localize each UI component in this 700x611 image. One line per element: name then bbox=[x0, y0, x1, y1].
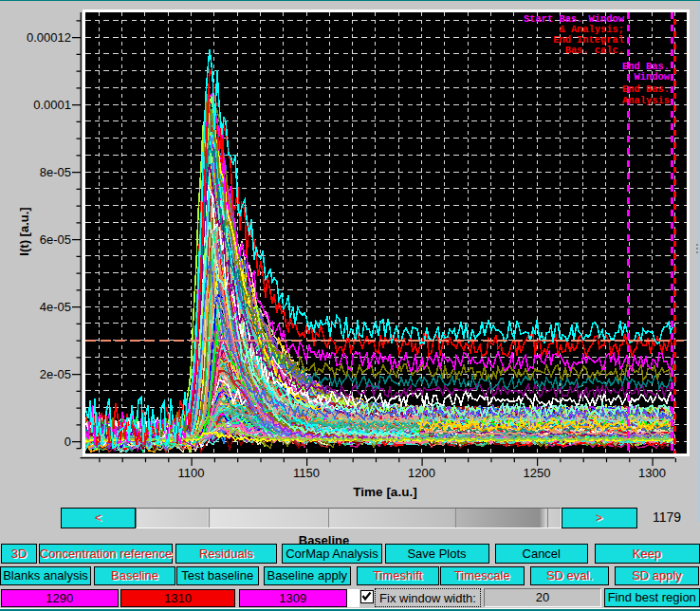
svg-text:Time [a.u.]: Time [a.u.] bbox=[353, 485, 416, 499]
svg-text:I(t) [a.u.]: I(t) [a.u.] bbox=[17, 207, 31, 255]
svg-text:End Bas.: End Bas. bbox=[622, 83, 670, 95]
svg-text:4e-05: 4e-05 bbox=[40, 300, 71, 314]
svg-text:6e-05: 6e-05 bbox=[40, 232, 71, 247]
svg-text:1200: 1200 bbox=[408, 466, 435, 480]
svg-text:0.0001: 0.0001 bbox=[33, 98, 71, 112]
svg-text:1150: 1150 bbox=[293, 466, 320, 480]
svg-text:Analysis: Analysis bbox=[622, 95, 670, 106]
svg-text:2e-05: 2e-05 bbox=[40, 367, 71, 381]
svg-text:0: 0 bbox=[64, 435, 71, 449]
svg-text:End Bas.: End Bas. bbox=[622, 61, 670, 72]
svg-text:Window: Window bbox=[635, 71, 671, 83]
svg-text:1100: 1100 bbox=[178, 466, 205, 480]
svg-text:0.00012: 0.00012 bbox=[27, 30, 71, 45]
svg-text:Bas. calc.: Bas. calc. bbox=[565, 45, 624, 56]
svg-text:1300: 1300 bbox=[638, 466, 666, 480]
svg-text:Start Bas. Window: Start Bas. Window bbox=[524, 13, 625, 25]
svg-text:1250: 1250 bbox=[524, 466, 551, 480]
svg-text:8e-05: 8e-05 bbox=[40, 165, 71, 179]
